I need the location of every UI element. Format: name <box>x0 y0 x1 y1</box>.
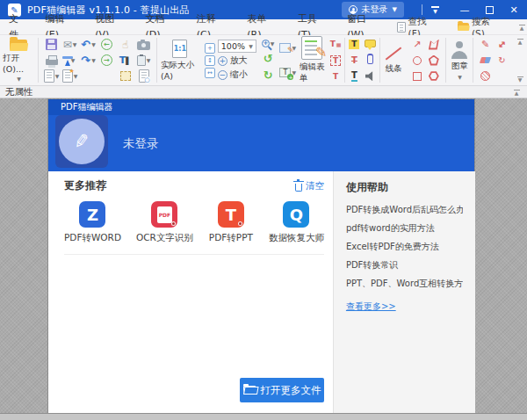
app-tile[interactable]: T PDF转PPT <box>208 201 254 244</box>
fit-buttons: + ↕ ↔ <box>205 43 215 78</box>
open-folder-icon <box>10 40 27 51</box>
avatar[interactable]: ✎ <box>55 115 108 168</box>
mail-icon: ✉ <box>63 39 72 51</box>
rotate-cw-button[interactable]: ↻ <box>264 70 273 81</box>
undo-button[interactable]: ↶▼ <box>81 40 96 50</box>
export-doc-button[interactable]: ▼ <box>44 69 60 83</box>
edit-object-button[interactable]: ▼ <box>279 43 296 53</box>
app-tile[interactable]: PDF OCR文字识别 <box>136 201 193 244</box>
save-button[interactable] <box>46 39 57 50</box>
menubar: 文件编辑(E)视图(V)文档(D)注释(C)表单(R)工具(T)窗口(W) 查找… <box>0 19 527 35</box>
open-more-label: 打开更多文件 <box>261 384 321 397</box>
highlight-text-button[interactable]: T <box>349 40 359 49</box>
forward-icon: → <box>101 54 112 66</box>
open-more-files-button[interactable]: 打开更多文件 <box>240 378 324 402</box>
cloud-shape-button[interactable]: ↻ <box>498 55 505 66</box>
pencil-draw-button[interactable]: ✎ <box>481 40 489 50</box>
back-view-button[interactable]: ← <box>101 39 112 50</box>
help-link[interactable]: Excel转PDF的免费方法 <box>346 241 463 253</box>
typewriter-button[interactable]: T <box>333 72 338 81</box>
redo-button[interactable]: ↷▼ <box>81 55 96 66</box>
doc-search-button[interactable] <box>139 69 149 83</box>
rectangle-shape-button[interactable] <box>413 72 422 81</box>
audio-comment-icon[interactable] <box>365 71 376 81</box>
app-icon-glyph: Q <box>290 206 303 224</box>
welcome-window: PDF猫编辑器 ✎ 未登录 更多推荐 清空 <box>48 99 474 413</box>
document-area: PDF猫编辑器 ✎ 未登录 更多推荐 清空 <box>0 98 527 413</box>
hatched-circle-button[interactable] <box>480 71 490 81</box>
select-area-button[interactable] <box>120 71 131 81</box>
banner-login-status[interactable]: 未登录 <box>123 136 159 152</box>
menubar-scroll-icon[interactable]: ▲ <box>516 25 527 30</box>
form-text-field-button[interactable]: T <box>330 40 342 49</box>
zoom-out-button[interactable]: − 缩小 <box>218 69 256 81</box>
measure-arrow-button[interactable]: ↔ <box>495 38 509 52</box>
polygon-shape-button[interactable] <box>429 71 439 82</box>
arrow-shape-button[interactable]: ↗ <box>413 40 421 50</box>
new-doc-button[interactable]: ▼ <box>62 69 78 83</box>
select-text-icon: T <box>119 54 132 66</box>
paste-button[interactable]: ▼ <box>137 55 151 66</box>
email-button[interactable]: ✉▼ <box>63 39 77 51</box>
clear-button[interactable]: 清空 <box>295 180 324 192</box>
app-tile[interactable]: Q 数据恢复大师 <box>269 201 324 244</box>
strikeout-text-button[interactable]: T <box>351 55 357 65</box>
pentagon-shape-button[interactable] <box>429 55 439 66</box>
toolbar: 打开(O)... ▼ ✉▼ ↶▼ ← ☝ ▼ ↷▼ → T ▼ ▼ ▼ <box>0 35 527 86</box>
select-text-button[interactable]: T <box>119 54 132 66</box>
titlebar-separator <box>422 4 422 15</box>
circle-shape-button[interactable] <box>413 56 422 65</box>
zoom-out-label: 缩小 <box>230 69 248 81</box>
help-link[interactable]: PDF转换常识 <box>346 259 463 272</box>
fit-page-icon[interactable]: ↕ <box>205 55 215 66</box>
snapshot-camera-button[interactable] <box>137 40 150 50</box>
eraser-button[interactable] <box>480 57 491 63</box>
text-box-button[interactable]: T <box>330 55 341 66</box>
app-icon: PDF <box>151 201 177 228</box>
help-more-link[interactable]: 查看更多>> <box>346 301 396 313</box>
chevron-down-icon: ▼ <box>17 76 21 82</box>
polyline-shape-button[interactable] <box>429 40 439 50</box>
chevron-down-icon: ▼ <box>458 74 462 80</box>
propsbar-collapse-icon[interactable]: ▲ <box>511 90 522 95</box>
fit-width-icon[interactable]: + <box>205 43 215 54</box>
help-link[interactable]: PPT、PDF、Word互相转换方法 <box>346 278 463 290</box>
collapse-toolbar-button[interactable]: ▼ <box>431 6 439 13</box>
zoom-in-button[interactable]: + 放大 <box>218 54 256 67</box>
ink-sign-icon <box>65 60 70 66</box>
stamp-button[interactable]: 图章 ▼ <box>450 41 469 80</box>
toolbar-overflow: ▲ ▼ <box>513 35 527 85</box>
edit-object-icon <box>279 43 291 53</box>
toolbar-scroll-up-icon[interactable]: ▲ <box>515 39 525 44</box>
app-tile[interactable]: Z PDF转WORD <box>64 201 121 244</box>
toolbar-scroll-down-icon[interactable]: ▼ <box>515 76 525 82</box>
add-text-button[interactable]: T▼ <box>279 68 296 77</box>
rotate-ccw-button[interactable]: ↺ <box>264 54 273 64</box>
actual-size-button[interactable]: 1:1 实际大小(A) <box>161 40 199 81</box>
underline-text-button[interactable]: T <box>351 71 357 82</box>
app-icon: Z <box>79 201 105 228</box>
camera-icon <box>137 41 150 50</box>
fit-visible-icon[interactable]: ↔ <box>205 68 215 78</box>
sign-button[interactable]: ▼ <box>65 55 76 66</box>
app-tiles: Z PDF转WORD PDF OCR <box>64 201 324 244</box>
quill-icon: ✎ <box>73 130 91 153</box>
find-doc-icon <box>397 22 406 33</box>
trash-icon <box>295 184 302 192</box>
help-link[interactable]: PDF转换成Word后乱码怎么办 <box>346 204 463 216</box>
zoom-level-combobox[interactable]: 100% ▼ <box>218 40 256 53</box>
open-button[interactable]: 打开(O)... ▼ <box>3 40 34 82</box>
print-button[interactable] <box>46 55 58 65</box>
file-edit-group: ✉▼ ↶▼ ← ☝ ▼ ↷▼ → T ▼ ▼ ▼ <box>40 35 155 85</box>
form-text-group: T T T <box>328 35 344 85</box>
draw-group: ✎ ↔ ↻ <box>474 35 513 85</box>
marquee-zoom-button[interactable]: +▼ <box>262 40 275 47</box>
attachment-icon[interactable] <box>367 54 373 64</box>
edit-form-button[interactable]: 编辑表单 <box>300 36 325 84</box>
hand-tool-button[interactable]: ☝ <box>122 39 128 51</box>
line-tool-button[interactable]: 线条 <box>384 46 403 75</box>
help-link[interactable]: pdf转word的实用方法 <box>346 222 463 235</box>
forward-view-button[interactable]: → <box>101 54 112 66</box>
note-comment-icon[interactable] <box>365 40 376 47</box>
actual-size-label: 实际大小(A) <box>161 60 199 81</box>
